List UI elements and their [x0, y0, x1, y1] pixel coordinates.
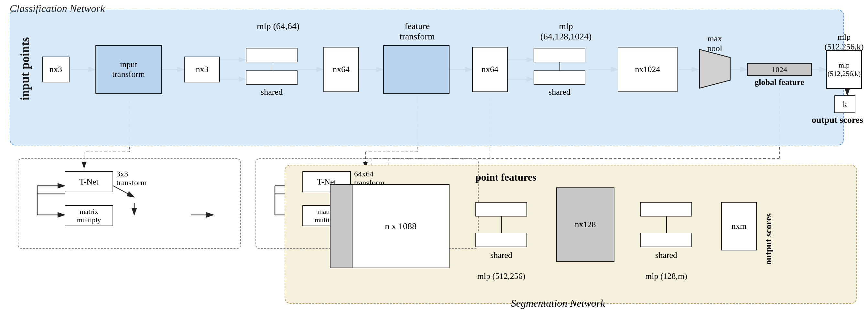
- tnet1-box: T-Net: [65, 171, 113, 192]
- mlp-top-label: mlp(512,256,k): [820, 32, 868, 52]
- shared3-label: shared: [475, 250, 527, 260]
- point-features-label: point features: [475, 171, 536, 183]
- shared1-label: shared: [246, 87, 298, 97]
- nx64-box-2: nx64: [472, 47, 508, 92]
- nx3-box-1: nx3: [42, 57, 69, 82]
- shared1-connector: [272, 62, 272, 70]
- mlp-64-128-1024-label: mlp (64,128,1024): [534, 21, 598, 42]
- nx64-box-1: nx64: [323, 47, 359, 92]
- shared2-top-box: [534, 48, 585, 62]
- shared4-connector: [666, 216, 667, 233]
- nx1088-left: [330, 184, 352, 268]
- segmentation-network-label: Segmentation Network: [511, 297, 605, 309]
- output-scores-seg-label: output scores: [763, 213, 774, 265]
- matrix-multiply1-box: matrixmultiply: [65, 205, 113, 226]
- classification-network-label: Classification Network: [10, 3, 105, 14]
- nx3-box-2: nx3: [184, 57, 220, 82]
- mlp-512-256-label: mlp (512,256): [475, 272, 527, 281]
- nx1088-container: n x 1088: [330, 184, 450, 268]
- transform-3x3-label: 3x3transform: [117, 170, 147, 187]
- shared3-top-box: [475, 202, 527, 216]
- shared2-connector: [559, 62, 560, 70]
- max-pool-shape: [698, 48, 732, 90]
- shared3-connector: [501, 216, 502, 233]
- nx1024-box: nx1024: [618, 47, 678, 92]
- input-points-label: input points: [18, 37, 32, 100]
- mlp-512-256-k-box: mlp(512,256,k): [826, 50, 862, 89]
- mlp-128-m-label: mlp (128,m): [640, 272, 692, 281]
- shared4-label: shared: [640, 250, 692, 260]
- shared4-top-box: [640, 202, 692, 216]
- shared2-bottom-box: [534, 70, 585, 85]
- feature-transform-label: featuretransform: [383, 21, 451, 42]
- nxm-box: nxm: [721, 202, 757, 250]
- nx128-box: nx128: [556, 187, 615, 262]
- shared2-label: shared: [534, 87, 585, 97]
- global-feature-bar: 1024: [747, 63, 812, 76]
- global-feature-label: global feature: [747, 77, 812, 87]
- svg-marker-50: [700, 49, 730, 88]
- mlp-64-64-label: mlp (64,64): [246, 21, 310, 31]
- input-transform-box: inputtransform: [95, 45, 162, 94]
- shared1-top-box: [246, 48, 298, 62]
- shared3-bottom-box: [475, 233, 527, 247]
- nx1088-right: n x 1088: [352, 184, 450, 268]
- shared4-bottom-box: [640, 233, 692, 247]
- output-scores-class-label: output scores: [812, 115, 863, 125]
- feature-transform-box: [383, 45, 450, 94]
- shared1-bottom-box: [246, 70, 298, 85]
- k-output-box: k: [834, 95, 856, 113]
